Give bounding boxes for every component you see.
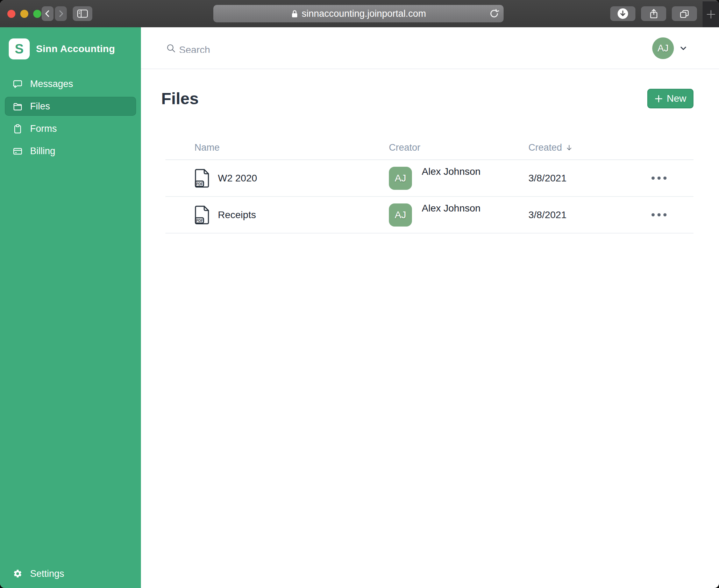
sidebar-item-label: Forms: [30, 123, 57, 134]
minimize-window-button[interactable]: [20, 10, 28, 18]
address-bar[interactable]: sinnaccounting.joinportal.com: [213, 5, 504, 22]
clipboard-icon: [13, 124, 22, 134]
share-button[interactable]: [641, 6, 666, 21]
gear-icon: [13, 569, 22, 579]
row-actions-cell: [641, 173, 693, 183]
creator-avatar: AJ: [389, 167, 412, 190]
company-logo: S: [9, 38, 30, 59]
ellipsis-icon: [652, 177, 655, 180]
url-text: sinnaccounting.joinportal.com: [302, 8, 426, 19]
sidebar-item-label: Billing: [30, 146, 55, 157]
page-head: Files New: [141, 69, 719, 108]
file-name-cell: PDF W2 2020: [165, 168, 389, 188]
svg-text:PDF: PDF: [196, 218, 203, 222]
sidebar-item-settings[interactable]: Settings: [5, 564, 136, 583]
sidebar-item-label: Messages: [30, 79, 73, 89]
share-icon: [649, 8, 659, 19]
sidebar-bottom: Settings: [0, 564, 141, 583]
sidebar: S Sinn Accounting Messages Files: [0, 27, 141, 588]
close-window-button[interactable]: [7, 10, 15, 18]
sidebar-item-messages[interactable]: Messages: [5, 74, 136, 93]
plus-icon: [706, 9, 716, 20]
back-button[interactable]: [42, 6, 54, 21]
logo-initial: S: [15, 42, 23, 57]
chat-bubble-icon: [13, 79, 22, 89]
creator-name: Alex Johnson: [422, 166, 480, 177]
sidebar-item-billing[interactable]: Billing: [5, 142, 136, 160]
pdf-file-icon: PDF: [194, 205, 211, 225]
chevron-right-icon: [57, 9, 65, 18]
sidebar-item-label: Files: [30, 101, 50, 112]
row-actions-cell: [641, 210, 693, 220]
page-title: Files: [161, 89, 199, 108]
brand: S Sinn Accounting: [0, 27, 141, 59]
forward-button[interactable]: [55, 6, 67, 21]
ellipsis-icon: [652, 213, 655, 216]
sidebar-panel-icon: [77, 9, 88, 18]
company-name: Sinn Accounting: [36, 43, 115, 55]
created-date: 3/8/2021: [528, 173, 641, 184]
tab-overview-button[interactable]: [672, 6, 697, 21]
table-row[interactable]: PDF W2 2020 AJ Alex Johnson 3/8/2021: [165, 160, 693, 197]
chevron-down-icon: [678, 43, 688, 53]
file-name[interactable]: W2 2020: [218, 173, 257, 184]
downloads-button[interactable]: [610, 6, 635, 21]
creator-cell: AJ Alex Johnson: [389, 160, 528, 196]
column-header-name[interactable]: Name: [165, 142, 389, 153]
search-icon: [166, 43, 176, 53]
pdf-file-icon: PDF: [194, 168, 211, 188]
sidebar-nav: Messages Files Forms: [0, 74, 141, 160]
column-header-creator[interactable]: Creator: [389, 142, 528, 153]
reload-button[interactable]: [489, 8, 499, 21]
browser-window: sinnaccounting.joinportal.com S Sinn Acc…: [0, 0, 719, 588]
column-header-created[interactable]: Created: [528, 142, 641, 153]
created-date: 3/8/2021: [528, 209, 641, 221]
new-button-label: New: [667, 93, 686, 104]
new-file-button[interactable]: New: [647, 89, 693, 108]
folder-icon: [13, 102, 22, 111]
row-menu-button[interactable]: [650, 173, 668, 183]
file-name[interactable]: Receipts: [218, 209, 256, 221]
table-header: Name Creator Created: [165, 136, 693, 160]
table-row[interactable]: PDF Receipts AJ Alex Johnson 3/8/2021: [165, 197, 693, 234]
plus-icon: [654, 94, 663, 103]
reload-icon: [489, 8, 499, 19]
search-input[interactable]: Search: [166, 43, 210, 53]
chevron-left-icon: [43, 9, 52, 18]
app-body: S Sinn Accounting Messages Files: [0, 27, 719, 588]
svg-text:PDF: PDF: [196, 182, 203, 186]
creator-avatar: AJ: [389, 203, 412, 227]
avatar[interactable]: AJ: [652, 37, 674, 59]
zoom-window-button[interactable]: [33, 10, 41, 18]
download-icon: [617, 8, 628, 19]
tabs-icon: [679, 9, 690, 19]
browser-toolbar: sinnaccounting.joinportal.com: [0, 0, 719, 28]
user-menu[interactable]: AJ: [652, 37, 688, 59]
sidebar-item-label: Settings: [30, 568, 64, 579]
credit-card-icon: [13, 146, 22, 156]
window-controls: [7, 10, 41, 18]
row-menu-button[interactable]: [650, 210, 668, 220]
sidebar-item-files[interactable]: Files: [5, 97, 136, 116]
main-header: Search AJ: [141, 27, 719, 69]
search-placeholder: Search: [179, 43, 210, 53]
new-tab-button[interactable]: [703, 1, 719, 27]
sort-descending-arrow-icon: [565, 144, 573, 152]
creator-cell: AJ Alex Johnson: [389, 197, 528, 233]
file-name-cell: PDF Receipts: [165, 205, 389, 225]
sidebar-item-forms[interactable]: Forms: [5, 119, 136, 138]
main-panel: Search AJ Files New Name Creator: [141, 27, 719, 588]
creator-name: Alex Johnson: [422, 203, 480, 214]
lock-icon: [291, 9, 298, 19]
toggle-sidebar-button[interactable]: [73, 6, 92, 21]
files-table: Name Creator Created PDF W2 2020 AJ: [165, 136, 693, 234]
